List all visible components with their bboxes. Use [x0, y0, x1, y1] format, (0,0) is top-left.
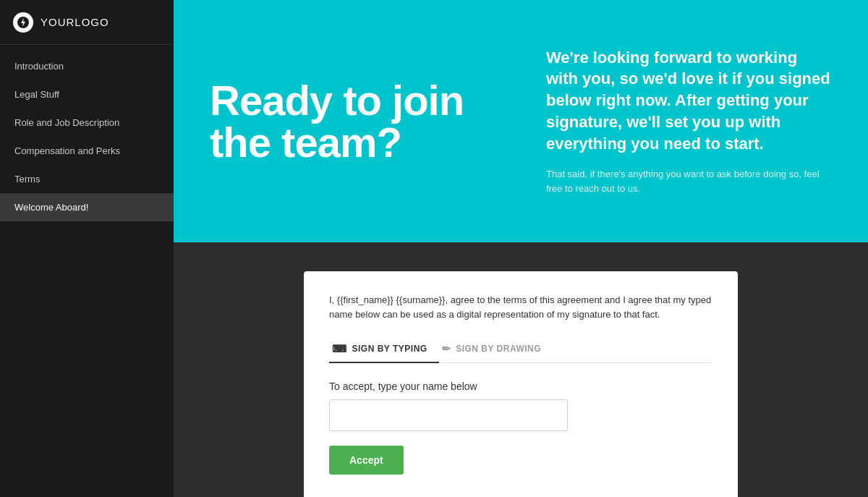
- sidebar-item-compensation[interactable]: Compensation and Perks: [0, 137, 174, 165]
- type-label: To accept, type your name below: [329, 381, 712, 392]
- pen-icon: ✏: [442, 343, 451, 354]
- keyboard-icon: ⌨: [332, 343, 347, 354]
- tab-sign-by-drawing[interactable]: ✏ SIGN BY DRAWING: [439, 336, 553, 363]
- sidebar-item-terms[interactable]: Terms: [0, 165, 174, 193]
- hero-left: Ready to join the team?: [174, 0, 532, 242]
- nav-items: Introduction Legal Stuff Role and Job De…: [0, 45, 174, 221]
- sidebar-item-role-job[interactable]: Role and Job Description: [0, 109, 174, 137]
- hero-right: We're looking forward to working with yo…: [532, 0, 868, 242]
- logo-icon: [13, 12, 33, 33]
- logo-light: LOGO: [75, 16, 109, 28]
- accept-button[interactable]: Accept: [329, 446, 404, 475]
- agreement-text: I, {{first_name}} {{surname}}, agree to …: [329, 293, 712, 321]
- tab-typing-label: SIGN BY TYPING: [352, 344, 427, 354]
- logo-text: YOURLOGO: [41, 16, 109, 28]
- tab-drawing-label: SIGN BY DRAWING: [456, 344, 541, 354]
- tab-sign-by-typing[interactable]: ⌨ SIGN BY TYPING: [329, 336, 439, 363]
- hero-main-text: We're looking forward to working with yo…: [546, 47, 832, 154]
- sidebar: YOURLOGO Introduction Legal Stuff Role a…: [0, 0, 174, 497]
- signature-card: I, {{first_name}} {{surname}}, agree to …: [304, 271, 738, 497]
- sidebar-item-introduction[interactable]: Introduction: [0, 52, 174, 80]
- hero-title: Ready to join the team?: [210, 80, 495, 163]
- sign-tabs: ⌨ SIGN BY TYPING ✏ SIGN BY DRAWING: [329, 336, 712, 363]
- main-content: Ready to join the team? We're looking fo…: [174, 0, 868, 497]
- logo-bold: YOUR: [41, 16, 75, 28]
- name-input[interactable]: [329, 399, 568, 431]
- sidebar-item-legal-stuff[interactable]: Legal Stuff: [0, 80, 174, 109]
- logo-area: YOURLOGO: [0, 0, 174, 45]
- content-area: I, {{first_name}} {{surname}}, agree to …: [174, 242, 868, 497]
- hero-sub-text: That said, if there's anything you want …: [546, 167, 832, 195]
- sidebar-item-welcome[interactable]: Welcome Aboard!: [0, 193, 174, 221]
- hero-banner: Ready to join the team? We're looking fo…: [174, 0, 868, 242]
